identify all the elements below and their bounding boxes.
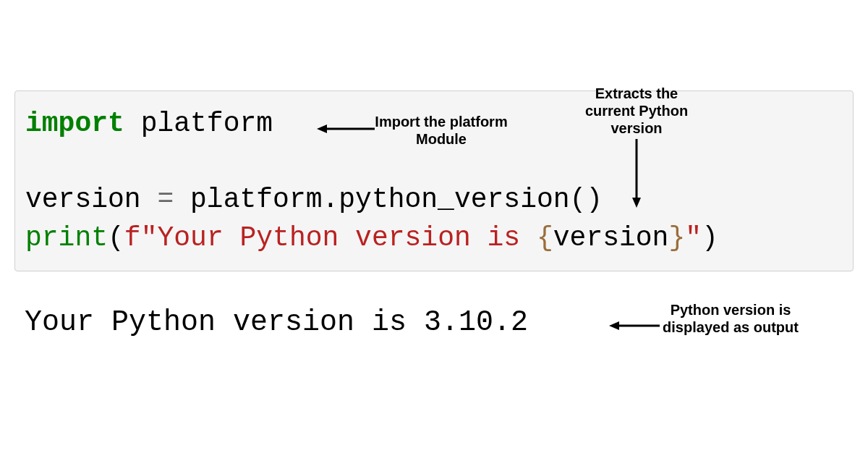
arrow-left-icon: [609, 318, 660, 333]
module-name: platform: [124, 108, 273, 139]
code-line-2: version = platform.python_version(): [25, 180, 843, 219]
variable-name: version: [25, 184, 157, 215]
svg-marker-5: [609, 321, 619, 330]
code-line-3: print(f"Your Python version is {version}…: [25, 219, 843, 257]
operator-equals: =: [157, 184, 174, 215]
svg-marker-1: [317, 124, 327, 133]
fstring-prefix: f: [124, 222, 141, 253]
quote-close: ": [685, 222, 702, 253]
string-content: Your Python version is: [157, 222, 537, 253]
arrow-up-icon: [629, 139, 644, 208]
annotation-extract: Extracts the current Python version: [571, 85, 702, 137]
annotation-import: Import the platform Module: [375, 113, 508, 148]
blank-line: [25, 143, 843, 180]
keyword-print: print: [25, 222, 108, 253]
open-brace: {: [537, 222, 553, 253]
svg-marker-3: [632, 198, 641, 208]
open-paren: (: [108, 222, 124, 253]
close-paren: ): [702, 222, 718, 253]
interpolated-variable: version: [553, 222, 669, 253]
close-brace: }: [668, 222, 685, 253]
arrow-left-icon: [317, 122, 375, 136]
output-text: Your Python version is 3.10.2: [25, 306, 528, 339]
keyword-import: import: [25, 108, 124, 139]
function-call: platform.python_version(): [174, 184, 603, 215]
annotation-output: Python version is displayed as output: [658, 301, 803, 336]
quote-open: ": [141, 222, 158, 253]
